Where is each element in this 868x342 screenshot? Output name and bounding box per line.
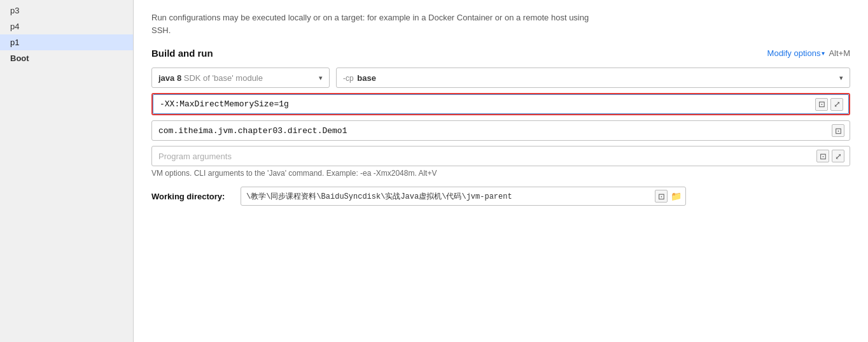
java-sdk-desc: SDK of 'base' module bbox=[184, 73, 263, 83]
java-sdk-dropdown[interactable]: java 8 SDK of 'base' module ▾ bbox=[151, 68, 330, 88]
sidebar: p3 p4 p1 Boot bbox=[0, 0, 134, 342]
working-dir-icons: ⊡ 📁 bbox=[655, 189, 685, 203]
description-text: Run configurations may be executed local… bbox=[151, 11, 597, 36]
program-args-expand-icon[interactable]: ⤢ bbox=[832, 150, 844, 162]
sidebar-item-boot[interactable]: Boot bbox=[0, 50, 133, 66]
vm-options-expand-icon[interactable]: ⤢ bbox=[830, 98, 843, 111]
vm-options-copy-icon[interactable]: ⊡ bbox=[815, 98, 828, 111]
working-dir-label: Working directory: bbox=[151, 192, 234, 201]
java-sdk-arrow-icon: ▾ bbox=[319, 74, 323, 82]
sidebar-item-p1[interactable]: p1 bbox=[0, 34, 133, 50]
main-class-text: com.itheima.jvm.chapter03.direct.Demo1 bbox=[152, 122, 832, 139]
app-container: p3 p4 p1 Boot Run configurations may be … bbox=[0, 0, 868, 342]
classpath-text: -cp base bbox=[343, 73, 376, 83]
working-dir-row: Working directory: \教学\同步课程资料\BaiduSyncd… bbox=[151, 187, 850, 206]
vm-options-wrapper: ⊡ ⤢ bbox=[151, 93, 850, 115]
sidebar-item-p4[interactable]: p4 bbox=[0, 18, 133, 34]
dropdowns-row: java 8 SDK of 'base' module ▾ -cp base ▾ bbox=[151, 68, 850, 88]
program-args-icons: ⊡ ⤢ bbox=[816, 150, 850, 162]
java-sdk-text: java 8 SDK of 'base' module bbox=[158, 73, 263, 83]
classpath-dropdown[interactable]: -cp base ▾ bbox=[336, 68, 850, 88]
java-sdk-label: java 8 bbox=[158, 73, 181, 83]
main-class-row: com.itheima.jvm.chapter03.direct.Demo1 ⊡ bbox=[151, 120, 850, 141]
modify-options-label: Modify options bbox=[767, 48, 821, 58]
working-dir-path: \教学\同步课程资料\BaiduSyncdisk\实战Java虚拟机\代码\jv… bbox=[241, 187, 686, 206]
program-args-copy-icon[interactable]: ⊡ bbox=[816, 150, 829, 162]
sidebar-item-p3[interactable]: p3 bbox=[0, 3, 133, 18]
modify-options-shortcut: Alt+M bbox=[829, 48, 850, 58]
program-args-placeholder: Program arguments bbox=[152, 148, 816, 165]
section-header: Build and run Modify options ▾ Alt+M bbox=[151, 48, 850, 59]
working-dir-copy-icon[interactable]: ⊡ bbox=[655, 190, 668, 203]
working-dir-value: \教学\同步课程资料\BaiduSyncdisk\实战Java虚拟机\代码\jv… bbox=[241, 189, 655, 204]
main-class-copy-icon[interactable]: ⊡ bbox=[832, 124, 844, 137]
classpath-prefix: -cp bbox=[343, 74, 354, 83]
main-content: Run configurations may be executed local… bbox=[134, 0, 868, 342]
classpath-arrow-icon: ▾ bbox=[839, 74, 843, 82]
classpath-value: base bbox=[357, 73, 376, 83]
vm-options-icons: ⊡ ⤢ bbox=[815, 98, 848, 111]
vm-options-input[interactable] bbox=[153, 95, 815, 113]
section-title: Build and run bbox=[151, 48, 213, 59]
program-args-row: Program arguments ⊡ ⤢ bbox=[151, 146, 850, 166]
main-class-icons: ⊡ bbox=[832, 124, 850, 137]
modify-options-area: Modify options ▾ Alt+M bbox=[767, 48, 850, 58]
vm-options-input-row: ⊡ ⤢ bbox=[153, 94, 849, 114]
modify-options-button[interactable]: Modify options ▾ bbox=[767, 48, 825, 58]
working-dir-folder-icon[interactable]: 📁 bbox=[669, 189, 683, 203]
chevron-down-icon: ▾ bbox=[822, 50, 825, 57]
vm-hint-text: VM options. CLI arguments to the 'Java' … bbox=[151, 169, 850, 178]
